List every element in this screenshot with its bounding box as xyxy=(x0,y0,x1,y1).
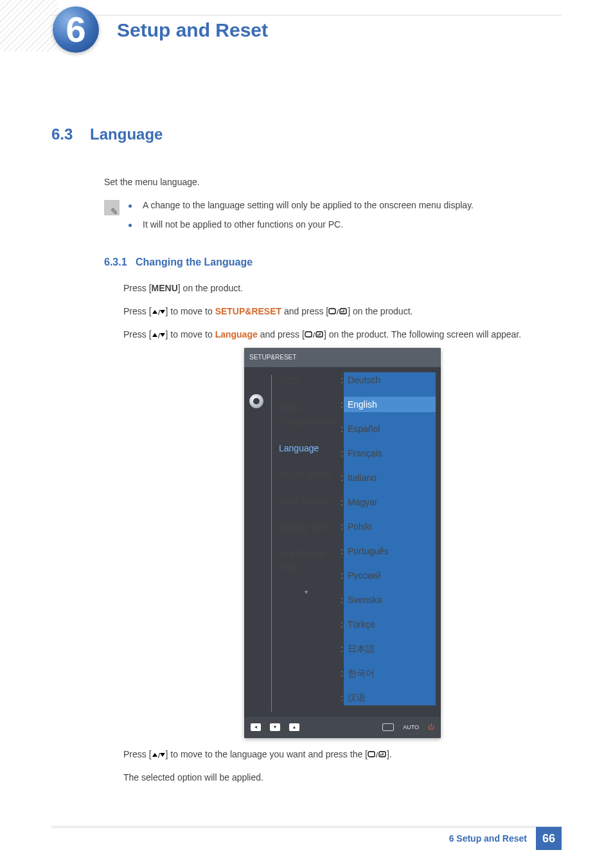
text: and press [ xyxy=(281,306,328,316)
osd-screenshot: SETUP&RESET ECO Menu Transparency Langua… xyxy=(244,348,562,738)
step-2: Press [/] to move to SETUP&RESET and pre… xyxy=(123,304,562,318)
intro-text: Set the menu language. xyxy=(104,176,562,188)
osd-down-button-icon: ▾ xyxy=(270,723,280,731)
corner-pattern xyxy=(0,0,58,51)
osd-auto-label: AUTO xyxy=(403,720,419,734)
subsection-heading: 6.3.1 Changing the Language xyxy=(104,257,562,268)
text: ] on the product. xyxy=(178,283,243,293)
osd-language-item: 한국어 xyxy=(344,665,436,681)
osd-language-list: Deutsch English Español Français Italian… xyxy=(344,372,436,705)
enter-source-icon: / xyxy=(328,306,348,316)
svg-text:/: / xyxy=(158,332,161,339)
osd-language-item: Polski xyxy=(344,519,436,534)
osd-left-button-icon: ◂ xyxy=(251,723,261,731)
chapter-title: Setup and Reset xyxy=(117,19,268,41)
text: ] on the product. xyxy=(348,306,413,316)
osd-menu-item: ECO xyxy=(279,372,344,390)
osd-language-item: Español xyxy=(344,421,436,437)
osd-language-item: Magyar xyxy=(344,494,436,510)
osd-language-item: Deutsch xyxy=(344,372,436,388)
svg-rect-12 xyxy=(316,332,323,337)
svg-rect-10 xyxy=(305,332,312,337)
target-setup-reset: SETUP&RESET xyxy=(215,306,281,316)
svg-text:/: / xyxy=(158,752,161,759)
subsection-number: 6.3.1 xyxy=(104,257,127,267)
enter-source-icon: / xyxy=(368,749,387,759)
osd-menu-item: Key Repeat Time xyxy=(279,545,344,576)
svg-marker-16 xyxy=(160,753,165,757)
note-list: A change to the language setting will on… xyxy=(129,200,474,239)
up-down-arrows-icon: / xyxy=(152,329,166,339)
osd-language-item: Italiano xyxy=(344,470,436,485)
note-item: A change to the language setting will on… xyxy=(129,200,474,210)
up-down-arrows-icon: / xyxy=(152,306,166,316)
step-3: Press [/] to move to Language and press … xyxy=(123,327,562,738)
header-rule xyxy=(51,15,562,15)
chevron-down-icon: ▾ xyxy=(279,585,344,599)
osd-enter-icon xyxy=(382,723,394,731)
svg-marker-20 xyxy=(380,754,381,755)
svg-marker-0 xyxy=(152,310,157,314)
step-4: Press [/] to move to the language you wa… xyxy=(123,747,562,761)
svg-rect-19 xyxy=(379,752,386,757)
osd-menu-item: Display Time xyxy=(279,518,344,536)
step-5: The selected option will be applied. xyxy=(123,770,562,784)
note-icon xyxy=(104,200,120,215)
enter-source-icon: / xyxy=(305,329,324,339)
text: Press [ xyxy=(123,329,152,339)
text: ] to move to the language you want and p… xyxy=(166,749,368,759)
text: Press [ xyxy=(123,306,152,316)
osd-language-item: 汉语 xyxy=(344,690,436,705)
up-down-arrows-icon: / xyxy=(152,749,166,759)
text: Press [ xyxy=(123,283,152,293)
target-language: Language xyxy=(215,329,258,339)
text: ] on the product. The following screen w… xyxy=(324,329,521,339)
chapter-number-badge: 6 xyxy=(53,6,99,53)
footer-page-number: 66 xyxy=(536,827,562,850)
footer-chapter-label: 6 Setup and Reset xyxy=(449,833,527,844)
text: Press [ xyxy=(123,749,152,759)
svg-rect-17 xyxy=(368,752,375,757)
text: ]. xyxy=(387,749,392,759)
svg-rect-3 xyxy=(329,309,335,314)
osd-side-track xyxy=(269,372,275,714)
osd-menu-item-active: Language xyxy=(279,439,344,457)
menu-label: MENU xyxy=(152,283,178,293)
osd-title: SETUP&RESET xyxy=(244,348,441,367)
svg-marker-7 xyxy=(152,333,157,337)
svg-text:/: / xyxy=(158,309,161,316)
svg-marker-6 xyxy=(341,311,342,312)
section-title: Language xyxy=(90,125,163,143)
power-icon: ⏻ xyxy=(428,720,434,734)
osd-language-item: Svenska xyxy=(344,592,436,608)
section-heading: 6.3 Language xyxy=(51,125,562,143)
text: ] to move to xyxy=(166,329,215,339)
page-footer: 6 Setup and Reset 66 xyxy=(51,826,562,849)
svg-text:/: / xyxy=(376,751,378,759)
steps-list: Press [MENU] on the product. Press [/] t… xyxy=(123,281,562,784)
osd-language-item: Türkçe xyxy=(344,617,436,632)
svg-marker-9 xyxy=(160,333,165,337)
svg-marker-14 xyxy=(152,753,157,757)
note-item: It will not be applied to other function… xyxy=(129,219,474,230)
svg-text:/: / xyxy=(337,308,339,316)
osd-menu-item: Menu Transparency xyxy=(279,399,344,430)
step-1: Press [MENU] on the product. xyxy=(123,281,562,295)
section-number: 6.3 xyxy=(51,125,73,143)
svg-rect-5 xyxy=(340,309,346,314)
osd-menu-item: PC/AV Mode xyxy=(279,466,344,483)
svg-marker-13 xyxy=(317,334,318,336)
osd-language-item: 日本語 xyxy=(344,641,436,656)
osd-language-item: Français xyxy=(344,446,436,461)
osd-bottom-bar: ◂ ▾ ▴ AUTO ⏻ xyxy=(244,717,441,738)
gear-icon xyxy=(249,394,263,408)
osd-language-item: Русский xyxy=(344,568,436,583)
svg-marker-2 xyxy=(160,310,165,314)
osd-up-button-icon: ▴ xyxy=(289,723,299,731)
osd-language-item: Português xyxy=(344,543,436,559)
osd-language-item-selected: English xyxy=(344,397,436,412)
note-block: A change to the language setting will on… xyxy=(104,200,562,239)
osd-menu-list: ECO Menu Transparency Language PC/AV Mod… xyxy=(279,372,344,576)
text: and press [ xyxy=(258,329,305,339)
subsection-title: Changing the Language xyxy=(136,257,253,267)
